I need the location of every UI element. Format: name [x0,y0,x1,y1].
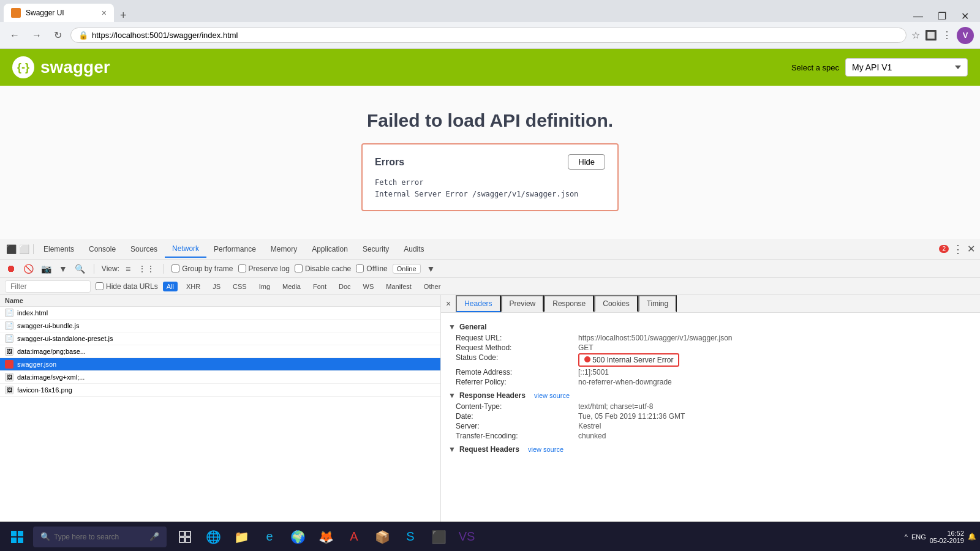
filter-doc[interactable]: Doc [335,282,355,291]
req-tab-preview[interactable]: Preview [501,295,545,312]
view-source-link[interactable]: view source [534,392,570,399]
minimize-button[interactable]: — [908,11,928,22]
remote-address-row: Remote Address: [::1]:5001 [448,368,973,377]
table-row-swagger-json[interactable]: swagger.json [0,358,440,371]
hide-button[interactable]: Hide [568,154,605,170]
url-input[interactable] [92,31,899,40]
maximize-button[interactable]: ❐ [933,10,951,22]
taskview-button[interactable] [172,523,198,550]
profile-avatar[interactable]: V [957,27,974,44]
up-arrow[interactable]: ^ [905,533,908,541]
throttle-dropdown[interactable]: ▼ [426,263,437,275]
camera-button[interactable]: 📷 [40,263,53,275]
hide-data-urls-label[interactable]: Hide data URLs [96,282,158,291]
view-grid-btn[interactable]: ⋮⋮ [137,263,156,275]
filter-xhr[interactable]: XHR [183,282,204,291]
filter-js[interactable]: JS [209,282,224,291]
req-view-source-link[interactable]: view source [528,446,564,453]
table-row[interactable]: 📄 index.html [0,307,440,320]
close-request-panel[interactable]: × [441,295,456,312]
close-window-button[interactable]: ✕ [956,10,974,22]
referrer-policy-key: Referrer Policy: [456,378,578,386]
adobe-icon[interactable]: A [341,523,368,550]
record-button[interactable]: ⏺ [5,262,17,276]
tab-audits[interactable]: Audits [396,241,431,257]
reload-button[interactable]: ↻ [50,28,66,42]
active-tab[interactable]: Swagger UI × [4,4,114,22]
preserve-log-label[interactable]: Preserve log [238,264,290,273]
request-headers-section-header[interactable]: ▼ Request Headers view source [448,445,973,454]
table-row[interactable]: 📄 swagger-ui-bundle.js [0,320,440,332]
ie-icon[interactable]: e [256,523,283,550]
filter-toggle[interactable]: ▼ [58,263,69,275]
address-bar[interactable]: 🔒 [70,28,907,43]
forward-button[interactable]: → [28,29,45,42]
spec-dropdown[interactable]: My API V1 [845,58,968,77]
view-list-btn[interactable]: ≡ [124,263,132,275]
hide-data-urls-checkbox[interactable] [96,282,104,290]
terminal-icon[interactable]: ⬛ [425,523,452,550]
filter-img[interactable]: Img [255,282,274,291]
disable-cache-label[interactable]: Disable cache [295,264,351,273]
req-tab-response[interactable]: Response [544,295,594,312]
online-badge[interactable]: Online [393,264,421,274]
req-tab-cookies[interactable]: Cookies [594,295,638,312]
start-button[interactable] [4,523,31,550]
offline-checkbox[interactable] [356,264,364,272]
taskview-icon [179,531,191,543]
general-section-header[interactable]: ▼ General [448,323,973,331]
tab-sources[interactable]: Sources [123,241,165,257]
extensions-button[interactable]: 🔲 [925,29,937,41]
tab-memory[interactable]: Memory [263,241,304,257]
filter-input[interactable] [5,280,91,293]
devtools-icon-btn1[interactable]: ⬛ [5,243,18,255]
more-button[interactable]: ⋮ [952,242,963,256]
server-val: Kestrel [578,422,601,430]
table-row[interactable]: 📄 swagger-ui-standalone-preset.js [0,332,440,345]
table-row[interactable]: 🖼 favicon-16x16.png [0,384,440,397]
skype-icon[interactable]: S [397,523,424,550]
browser2-icon[interactable]: 🌍 [284,523,311,550]
table-row[interactable]: 🖼 data:image/png;base... [0,345,440,358]
filter-ws[interactable]: WS [360,282,378,291]
taskbar-search[interactable]: 🔍 🎤 [33,527,167,547]
req-tab-timing[interactable]: Timing [638,295,677,312]
bookmark-button[interactable]: ☆ [911,29,920,41]
table-row[interactable]: 🖼 data:image/svg+xml;... [0,371,440,384]
clear-button[interactable]: 🚫 [22,263,35,275]
disable-cache-checkbox[interactable] [295,264,303,272]
new-tab-button[interactable]: + [116,9,130,22]
edge-icon[interactable]: 🌐 [200,523,227,550]
vs-icon[interactable]: VS [453,523,480,550]
firefox-icon[interactable]: 🦊 [312,523,339,550]
filter-media[interactable]: Media [279,282,304,291]
transfer-val: chunked [578,432,606,440]
response-headers-section-header[interactable]: ▼ Response Headers view source [448,391,973,400]
tab-application[interactable]: Application [304,241,355,257]
tab-close-btn[interactable]: × [102,8,107,18]
close-devtools-button[interactable]: ✕ [967,243,975,255]
filter-font[interactable]: Font [309,282,330,291]
filter-other[interactable]: Other [420,282,445,291]
req-tab-headers[interactable]: Headers [456,295,500,312]
search-button[interactable]: 🔍 [74,263,86,275]
explorer-icon[interactable]: 📁 [228,523,255,550]
filter-all[interactable]: All [163,282,178,291]
notification-icon[interactable]: 🔔 [968,533,976,541]
tab-security[interactable]: Security [355,241,396,257]
filter-manifest[interactable]: Manifest [382,282,415,291]
app7-icon[interactable]: 📦 [369,523,396,550]
tab-elements[interactable]: Elements [36,241,81,257]
back-button[interactable]: ← [6,29,23,42]
tab-performance[interactable]: Performance [206,241,263,257]
filter-css[interactable]: CSS [229,282,251,291]
group-by-frame-label[interactable]: Group by frame [172,264,233,273]
taskbar-search-input[interactable] [54,533,146,541]
preserve-log-checkbox[interactable] [238,264,246,272]
offline-label[interactable]: Offline [356,264,387,273]
settings-button[interactable]: ⋮ [942,29,952,41]
devtools-icon-btn2[interactable]: ⬜ [18,243,31,255]
group-by-frame-checkbox[interactable] [172,264,179,272]
tab-network[interactable]: Network [165,241,206,258]
tab-console[interactable]: Console [81,241,123,257]
